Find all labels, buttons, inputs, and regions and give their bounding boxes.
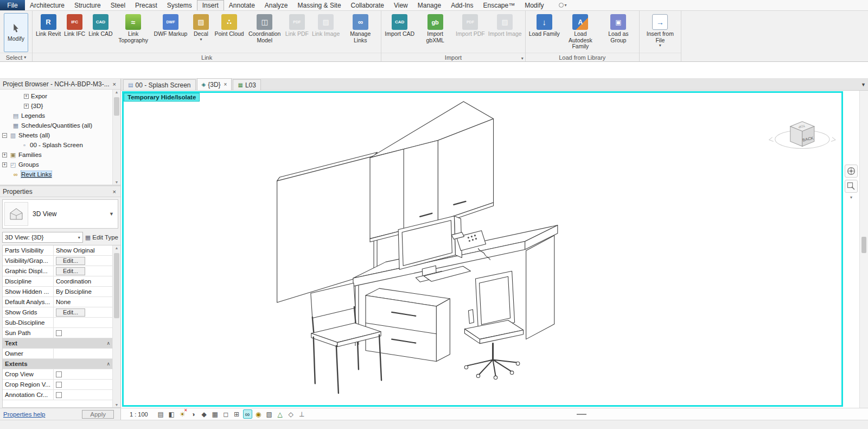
browser-scrollbar[interactable]: ▲ ▼ bbox=[112, 90, 120, 185]
ribbon-tab-add-ins[interactable]: Add-Ins bbox=[446, 0, 478, 10]
visibility-grap-edit-button[interactable]: Edit... bbox=[56, 257, 85, 265]
scrollbar-thumb[interactable] bbox=[861, 237, 866, 253]
ribbon-tab-precast[interactable]: Precast bbox=[130, 0, 162, 10]
import-gbxml-button[interactable]: Import gbXML bbox=[416, 12, 454, 53]
file-menu-button[interactable]: File bbox=[0, 0, 25, 10]
chevron-down-icon[interactable]: ▼ bbox=[107, 211, 116, 217]
tree-item-3d[interactable]: +{3D} bbox=[0, 101, 112, 111]
load-as-group-button[interactable]: Load as Group bbox=[599, 12, 637, 53]
close-tab-icon[interactable]: × bbox=[224, 81, 227, 87]
shadows-icon[interactable]: ◑ bbox=[189, 409, 198, 419]
ribbon-tab-modify[interactable]: Modify bbox=[520, 0, 548, 10]
ribbon-tab-view[interactable]: View bbox=[389, 0, 413, 10]
tree-item-groups[interactable]: +Groups bbox=[0, 160, 112, 169]
link-ifc-button[interactable]: Link IFC bbox=[62, 12, 87, 53]
annotation-cr-checkbox[interactable] bbox=[56, 392, 62, 398]
scrollbar-thumb[interactable] bbox=[114, 97, 119, 116]
ribbon-tab-structure[interactable]: Structure bbox=[69, 0, 106, 10]
lock-3d-view-icon[interactable]: ⊞ bbox=[232, 409, 241, 419]
properties-help-link[interactable]: Properties help bbox=[3, 411, 45, 418]
type-selector[interactable]: 3D View ▼ bbox=[2, 199, 118, 229]
properties-scrollbar[interactable]: ▲ ▼ bbox=[112, 245, 120, 407]
scroll-up-icon[interactable]: ▲ bbox=[113, 246, 120, 250]
expand-plus-icon[interactable]: + bbox=[2, 153, 7, 157]
tree-item-sheets-all[interactable]: −Sheets (all) bbox=[0, 130, 112, 140]
ribbon-display-toggle-icon[interactable]: ▾ bbox=[559, 0, 567, 10]
reveal-constraints-icon[interactable]: ⊥ bbox=[297, 409, 307, 419]
ribbon-tab-enscape[interactable]: Enscape™ bbox=[478, 0, 520, 10]
close-icon[interactable]: × bbox=[111, 188, 118, 195]
crop-view-icon[interactable]: ▦ bbox=[210, 409, 220, 419]
zoom-region-icon[interactable] bbox=[845, 180, 858, 193]
modify-button[interactable]: Modify bbox=[4, 13, 28, 52]
scroll-down-icon[interactable]: ▼ bbox=[113, 403, 120, 407]
scroll-down-icon[interactable]: ▼ bbox=[113, 180, 120, 184]
ribbon-tab-systems[interactable]: Systems bbox=[162, 0, 197, 10]
analytical-model-icon[interactable]: △ bbox=[276, 409, 285, 419]
visual-style-icon[interactable]: ◧ bbox=[167, 409, 176, 419]
load-autodesk-family-button[interactable]: Load Autodesk Family bbox=[561, 12, 599, 53]
tree-item-00-splash-screen[interactable]: 00 - Splash Screen bbox=[0, 140, 112, 150]
canvas-scrollbar[interactable] bbox=[859, 91, 868, 408]
drawer-pedestal[interactable] bbox=[366, 288, 450, 361]
reveal-hidden-elements-icon[interactable]: ◉ bbox=[254, 409, 263, 419]
collapse-chevron-icon[interactable]: ∧ bbox=[106, 340, 110, 346]
import-cad-button[interactable]: Import CAD bbox=[383, 12, 416, 53]
tree-item-families[interactable]: +Families bbox=[0, 150, 112, 160]
view-scale-button[interactable]: 1 : 100 bbox=[126, 411, 151, 418]
tree-item-expor[interactable]: +Expor bbox=[0, 91, 112, 101]
temporary-view-properties-icon[interactable]: ▧ bbox=[265, 409, 274, 419]
apply-button[interactable]: Apply bbox=[82, 410, 114, 419]
load-family-button[interactable]: Load Family bbox=[527, 12, 561, 53]
edit-type-button[interactable]: ▦ Edit Type bbox=[85, 234, 118, 241]
ribbon-tab-annotate[interactable]: Annotate bbox=[224, 0, 260, 10]
ribbon-tab-architecture[interactable]: Architecture bbox=[25, 0, 69, 10]
sun-path-checkbox[interactable] bbox=[56, 330, 62, 336]
select-dropdown[interactable]: Select ▾ bbox=[0, 53, 32, 61]
drawing-area[interactable]: Temporary Hide/Isolate bbox=[122, 91, 843, 407]
tree-item-revit-links[interactable]: Revit Links bbox=[0, 169, 112, 179]
ribbon-tab-steel[interactable]: Steel bbox=[106, 0, 130, 10]
expand-plus-icon[interactable]: + bbox=[24, 94, 29, 99]
instance-selector-combo[interactable]: 3D View: {3D} ▾ bbox=[2, 232, 83, 243]
collapse-chevron-icon[interactable]: ∧ bbox=[106, 361, 110, 367]
view-tab-00-splash-screen[interactable]: 00 - Splash Screen bbox=[123, 79, 196, 90]
view-tab-list-icon[interactable]: ▼ bbox=[861, 82, 866, 87]
navbar-chevron-icon[interactable]: ▾ bbox=[850, 195, 852, 200]
view-tab-l03[interactable]: L03 bbox=[233, 79, 260, 90]
point-cloud-button[interactable]: Point Cloud bbox=[213, 12, 245, 53]
panel-expander-icon[interactable]: ▾ bbox=[521, 56, 524, 61]
properties-header[interactable]: Properties × bbox=[0, 186, 120, 197]
collapse-minus-icon[interactable]: − bbox=[2, 133, 7, 138]
decal-button[interactable]: Decal▾ bbox=[189, 12, 213, 53]
crop-region-v-checkbox[interactable] bbox=[56, 382, 62, 388]
insert-from-file-button[interactable]: Insert from File▾ bbox=[641, 12, 679, 53]
ribbon-tab-massing-site[interactable]: Massing & Site bbox=[293, 0, 346, 10]
temporary-hide-isolate-icon[interactable]: ∞ bbox=[243, 409, 252, 419]
wall-cabinet[interactable] bbox=[370, 102, 494, 242]
ribbon-tab-analyze[interactable]: Analyze bbox=[260, 0, 293, 10]
scroll-up-icon[interactable]: ▲ bbox=[113, 90, 120, 94]
crop-region-icon[interactable]: ◻ bbox=[221, 409, 231, 419]
link-topography-button[interactable]: Link Topography bbox=[114, 12, 152, 53]
sun-path-icon[interactable]: ☀ bbox=[178, 409, 187, 419]
scrollbar-thumb[interactable] bbox=[114, 253, 119, 318]
view-cube[interactable]: TOP BACK bbox=[769, 122, 835, 149]
full-navigation-wheel-icon[interactable] bbox=[845, 165, 858, 178]
graphic-displ-edit-button[interactable]: Edit... bbox=[56, 267, 85, 275]
office-chair[interactable] bbox=[464, 271, 523, 379]
close-icon[interactable]: × bbox=[111, 81, 118, 87]
show-grids-edit-button[interactable]: Edit... bbox=[56, 308, 85, 317]
crop-view-checkbox[interactable] bbox=[56, 371, 62, 377]
link-cad-button[interactable]: Link CAD bbox=[87, 12, 114, 53]
ribbon-tab-collaborate[interactable]: Collaborate bbox=[346, 0, 389, 10]
project-browser-header[interactable]: Project Browser - NCH-A-BDP-M3-... × bbox=[0, 79, 120, 90]
tree-item-legends[interactable]: Legends bbox=[0, 111, 112, 121]
coordination-model-button[interactable]: Coordination Model bbox=[246, 12, 284, 53]
expand-plus-icon[interactable]: + bbox=[2, 162, 7, 167]
ribbon-tab-insert[interactable]: Insert bbox=[197, 0, 224, 10]
link-revit-button[interactable]: Link Revit bbox=[34, 12, 62, 53]
detail-level-icon[interactable]: ▤ bbox=[156, 409, 165, 419]
view-tab-3d[interactable]: {3D}× bbox=[197, 78, 232, 90]
manage-links-button[interactable]: Manage Links bbox=[341, 12, 379, 53]
